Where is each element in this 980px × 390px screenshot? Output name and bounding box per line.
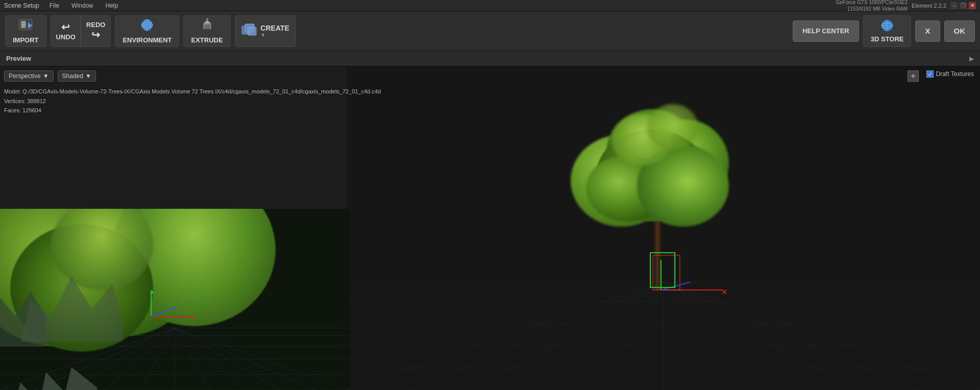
environment-label: ENVIRONMENT	[122, 36, 172, 44]
svg-marker-15	[206, 18, 209, 19]
perspective-label: Perspective	[9, 72, 41, 80]
titlebar-left: Scene Setup File Window Help	[4, 2, 120, 9]
preview-label: Preview	[6, 55, 31, 62]
create-button[interactable]: CREATE ▼	[235, 15, 296, 47]
toolbar: IMPORT ↩ UNDO REDO ↪ ENVIRONMENT	[0, 11, 980, 51]
import-icon	[18, 18, 33, 35]
viewport-area: Perspective ▼ Shaded ▼ Model: Q:/3D/CGAx…	[0, 66, 980, 390]
svg-marker-12	[204, 20, 211, 23]
vertices-value: 388812	[27, 98, 46, 104]
model-info: Model: Q:/3D/CGAxis-Models-Volume-72-Tre…	[4, 87, 381, 115]
extrude-label: EXTRUDE	[191, 36, 223, 44]
vram-info: 1153/8192 MB Video RAM	[847, 6, 908, 12]
store-label: 3D STORE	[871, 35, 904, 43]
expand-arrow-icon[interactable]: ▶	[969, 55, 974, 62]
win-maximize-button[interactable]: ❐	[960, 2, 967, 9]
store-globe-icon	[878, 19, 896, 34]
preview-bar: Preview ▶	[0, 51, 980, 66]
menu-file[interactable]: File	[47, 2, 61, 9]
titlebar-right: GeForce GTX 1080/PCIe/SSE2 1153/8192 MB …	[836, 0, 976, 12]
win-controls: – ❐ ✕	[950, 2, 976, 9]
vertices-row: Vertices: 388812	[4, 96, 381, 106]
redo-label: REDO	[86, 21, 106, 29]
extrude-button[interactable]: EXTRUDE	[183, 15, 230, 47]
shaded-label: Shaded	[62, 72, 83, 80]
menu-help[interactable]: Help	[104, 2, 120, 9]
create-label: CREATE	[260, 24, 289, 32]
shaded-dropdown-arrow: ▼	[85, 72, 91, 80]
environment-button[interactable]: ENVIRONMENT	[115, 15, 179, 47]
import-button[interactable]: IMPORT	[5, 15, 46, 47]
shaded-dropdown[interactable]: Shaded ▼	[58, 70, 96, 82]
faces-value: 129604	[22, 107, 41, 113]
menu-window[interactable]: Window	[69, 2, 95, 9]
model-path: Model: Q:/3D/CGAxis-Models-Volume-72-Tre…	[4, 87, 381, 96]
faces-label: Faces:	[4, 107, 21, 113]
help-center-button[interactable]: HELP CENTER	[793, 20, 859, 42]
perspective-dropdown-arrow: ▼	[43, 72, 49, 80]
ok-button[interactable]: OK	[944, 20, 975, 42]
svg-rect-13	[205, 26, 210, 29]
element-version: Element 2.2.2	[912, 3, 946, 9]
extrude-icon	[200, 18, 215, 35]
draft-textures-label: Draft Textures	[936, 70, 974, 78]
svg-rect-18	[248, 27, 256, 35]
app-title: Scene Setup	[4, 2, 39, 9]
titlebar: Scene Setup File Window Help GeForce GTX…	[0, 0, 980, 11]
tree-scene-right: ✕	[347, 66, 980, 390]
gpu-info: GeForce GTX 1080/PCIe/SSE2 1153/8192 MB …	[836, 0, 908, 12]
preview-bar-right: ▶	[969, 55, 974, 62]
gpu-name: GeForce GTX 1080/PCIe/SSE2	[836, 0, 908, 5]
toolbar-right-buttons: HELP CENTER 3D STORE X OK	[793, 15, 975, 47]
undo-arrow-icon: ↩	[61, 21, 70, 33]
draft-textures-checkbox[interactable]: ✓	[926, 70, 934, 78]
environment-icon	[138, 18, 156, 35]
undo-button[interactable]: ↩ UNDO	[51, 16, 81, 46]
win-minimize-button[interactable]: –	[950, 2, 958, 9]
3dstore-button[interactable]: 3D STORE	[863, 15, 912, 47]
undo-label: UNDO	[56, 33, 76, 41]
tree-foliage-right	[566, 104, 749, 247]
plus-button[interactable]: +	[908, 70, 919, 82]
svg-rect-4	[22, 26, 24, 27]
svg-rect-3	[22, 24, 25, 25]
create-dropdown-arrow: ▼	[260, 32, 265, 38]
perspective-dropdown[interactable]: Perspective ▼	[4, 70, 54, 82]
vertices-label: Vertices:	[4, 98, 26, 104]
import-label: IMPORT	[13, 36, 39, 44]
undo-redo-group: ↩ UNDO REDO ↪	[51, 15, 111, 47]
tree-foliage-left	[0, 209, 350, 390]
viewport-controls: Perspective ▼ Shaded ▼	[4, 70, 96, 82]
svg-rect-40	[347, 282, 980, 390]
faces-row: Faces: 129604	[4, 106, 381, 115]
redo-button[interactable]: REDO ↪	[81, 16, 111, 46]
x-button[interactable]: X	[915, 20, 940, 42]
draft-textures-control: ✓ Draft Textures	[926, 70, 974, 78]
left-viewport: ► ▲	[0, 209, 350, 390]
win-close-button[interactable]: ✕	[969, 2, 976, 9]
svg-rect-2	[22, 22, 25, 23]
create-icon	[241, 23, 257, 39]
redo-arrow-icon: ↪	[91, 29, 100, 41]
